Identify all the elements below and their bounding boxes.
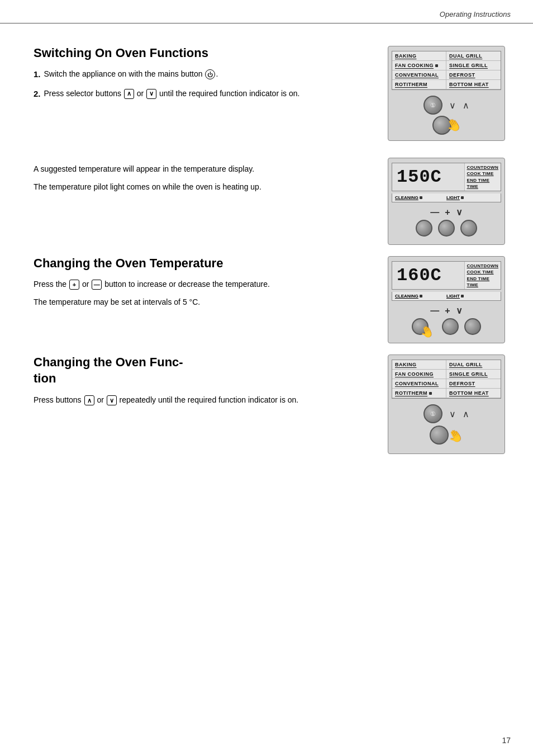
func-buttons-row-1: ① ∨ ∧ xyxy=(392,96,501,115)
func-defrost-2: DEFROST xyxy=(446,379,501,389)
section-changing-temp: Changing the Oven Temperature Press the … xyxy=(34,256,511,343)
func-bottom-heat-2: BOTTOM HEAT xyxy=(446,389,501,398)
knob-hand-area-1: 🤚 xyxy=(432,116,460,133)
section1-right: BAKING DUAL GRILL FAN COOKING SINGLE GRI… xyxy=(388,46,511,141)
section2-right: 150C COUNTDOWN COOK TIME END TIME TIME C… xyxy=(388,158,511,245)
func-panel-1: BAKING DUAL GRILL FAN COOKING SINGLE GRI… xyxy=(388,46,505,141)
cleaning-label-2: CLEANING xyxy=(395,294,446,299)
check-label-1: ∨ xyxy=(456,207,463,218)
timer-bottom-row-1: CLEANING LIGHT xyxy=(392,193,501,202)
para-press-buttons: Press buttons ∧ or ∨ repeatedly until th… xyxy=(34,394,379,407)
end-time-label-1: END TIME xyxy=(467,178,498,183)
timer-panel-2: 160C COUNTDOWN COOK TIME END TIME TIME C… xyxy=(388,256,505,343)
countdown-label-2: COUNTDOWN xyxy=(467,263,498,268)
light-label-2: LIGHT xyxy=(446,294,498,299)
up-symbol-1: ∧ xyxy=(463,100,469,111)
para-temp-appear: A suggested temperature will appear in t… xyxy=(34,163,379,176)
down-symbol-1: ∨ xyxy=(449,100,456,111)
minus-btn-icon: — xyxy=(92,280,102,290)
timer-knob-2c[interactable] xyxy=(464,318,481,335)
time-label-1: TIME xyxy=(467,184,498,189)
para-press-btn: Press the + or — button to increase or d… xyxy=(34,278,379,291)
timer-bottom-row-2: CLEANING LIGHT xyxy=(392,292,501,301)
timer-display-row-2: 160C COUNTDOWN COOK TIME END TIME TIME xyxy=(392,261,501,290)
func-single-grill-1: SINGLE GRILL xyxy=(446,61,501,70)
func-knob-power-2[interactable]: ① xyxy=(423,404,442,423)
func-dual-grill-1: DUAL GRILL xyxy=(446,51,501,61)
func-fan-cooking-2: FAN COOKING xyxy=(392,370,446,379)
cleaning-indicator-2 xyxy=(420,295,422,297)
func-grid-1: BAKING DUAL GRILL FAN COOKING SINGLE GRI… xyxy=(392,51,501,90)
timer-display-row-1: 150C COUNTDOWN COOK TIME END TIME TIME xyxy=(392,163,501,191)
down-symbol-2: ∨ xyxy=(449,409,456,419)
func-knob-power-1[interactable]: ① xyxy=(423,96,442,115)
knob-illustration-2: 🤚 xyxy=(392,426,501,446)
step1: 1. Switch the appliance on with the main… xyxy=(34,68,379,81)
section4-left: Changing the Oven Func- tion Press butto… xyxy=(34,355,388,412)
up-btn2-icon: ∧ xyxy=(84,395,94,405)
section1-left: Switching On Oven Functions 1. Switch th… xyxy=(34,46,388,107)
para-pilot-light: The temperature pilot light comes on whi… xyxy=(34,181,379,193)
light-text-2: LIGHT xyxy=(446,294,460,299)
func-buttons-row-2: ① ∨ ∧ xyxy=(392,404,501,423)
func-rotitherm-2: ROTITHERM xyxy=(392,389,446,398)
section3-left: Changing the Oven Temperature Press the … xyxy=(34,256,388,314)
section-changing-func: Changing the Oven Func- tion Press butto… xyxy=(34,355,511,454)
func-bottom-heat-1: BOTTOM HEAT xyxy=(446,80,501,89)
page-container: Operating Instructions Switching On Oven… xyxy=(0,0,533,756)
timer-digits-1: 150C xyxy=(392,163,464,191)
section1-title: Switching On Oven Functions xyxy=(34,46,379,60)
timer-knob-1a[interactable] xyxy=(416,220,432,237)
func-fan-cooking-1: FAN COOKING xyxy=(392,61,446,70)
page-number: 17 xyxy=(502,736,511,745)
hand-icon-3: 🤚 xyxy=(445,426,465,446)
power-button-icon: ⏻ xyxy=(205,69,215,79)
page-footer: 17 xyxy=(502,736,511,745)
countdown-label-1: COUNTDOWN xyxy=(467,165,498,170)
func-defrost-1: DEFROST xyxy=(446,70,501,80)
timer-buttons-row-1: — + ∨ xyxy=(392,207,501,218)
up-btn-icon: ∧ xyxy=(124,89,134,99)
page-header: Operating Instructions xyxy=(0,0,533,23)
light-label-1: LIGHT xyxy=(446,195,498,200)
timer-knob-1b[interactable] xyxy=(438,220,455,237)
down-btn2-icon: ∨ xyxy=(107,395,117,405)
timer-knobs-row-2: 🤚 xyxy=(392,318,501,335)
down-btn-icon: ∨ xyxy=(146,89,156,99)
fan-cooking-indicator-1 xyxy=(435,64,438,67)
cleaning-text-1: CLEANING xyxy=(395,195,418,200)
section4-title-line1: Changing the Oven Func- xyxy=(34,355,183,369)
section-temp-display: A suggested temperature will appear in t… xyxy=(34,152,511,245)
func-dual-grill-2: DUAL GRILL xyxy=(446,360,501,370)
cook-time-label-1: COOK TIME xyxy=(467,171,498,176)
section4-title-line2: tion xyxy=(34,371,56,385)
section3-right: 160C COUNTDOWN COOK TIME END TIME TIME C… xyxy=(388,256,511,343)
step1-text: Switch the appliance on with the mains b… xyxy=(44,68,218,80)
func-baking-2: BAKING xyxy=(392,360,446,370)
plus-label-1: + xyxy=(445,207,450,218)
func-conventional-2: CONVENTIONAL xyxy=(392,379,446,389)
timer-labels-1: COUNTDOWN COOK TIME END TIME TIME xyxy=(464,163,501,191)
timer-knob-1c[interactable] xyxy=(460,220,477,237)
section-switching-on: Switching On Oven Functions 1. Switch th… xyxy=(34,46,511,141)
timer-knob-2b[interactable] xyxy=(442,318,459,335)
timer-buttons-row-2: — + ∨ xyxy=(392,305,501,316)
step2: 2. Press selector buttons ∧ or ∨ until t… xyxy=(34,88,379,101)
step2-num: 2. xyxy=(34,88,41,101)
section4-title: Changing the Oven Func- tion xyxy=(34,355,379,386)
header-title: Operating Instructions xyxy=(440,10,511,18)
cleaning-text-2: CLEANING xyxy=(395,294,418,299)
func-grid-2: BAKING DUAL GRILL FAN COOKING SINGLE GRI… xyxy=(392,360,501,399)
power-icon-2: ① xyxy=(430,410,436,418)
timer-panel-1: 150C COUNTDOWN COOK TIME END TIME TIME C… xyxy=(388,158,505,245)
func-panel-2: BAKING DUAL GRILL FAN COOKING SINGLE GRI… xyxy=(388,355,505,454)
check-label-2: ∨ xyxy=(456,305,463,316)
para-intervals: The temperature may be set at intervals … xyxy=(34,296,379,309)
timer-labels-2: COUNTDOWN COOK TIME END TIME TIME xyxy=(464,262,501,289)
end-time-label-2: END TIME xyxy=(467,276,498,281)
section2-left: A suggested temperature will appear in t… xyxy=(34,158,388,199)
func-single-grill-2: SINGLE GRILL xyxy=(446,370,501,379)
content-area: Switching On Oven Functions 1. Switch th… xyxy=(0,23,533,476)
func-baking-1: BAKING xyxy=(392,51,446,61)
timer-knobs-row-1 xyxy=(392,220,501,237)
